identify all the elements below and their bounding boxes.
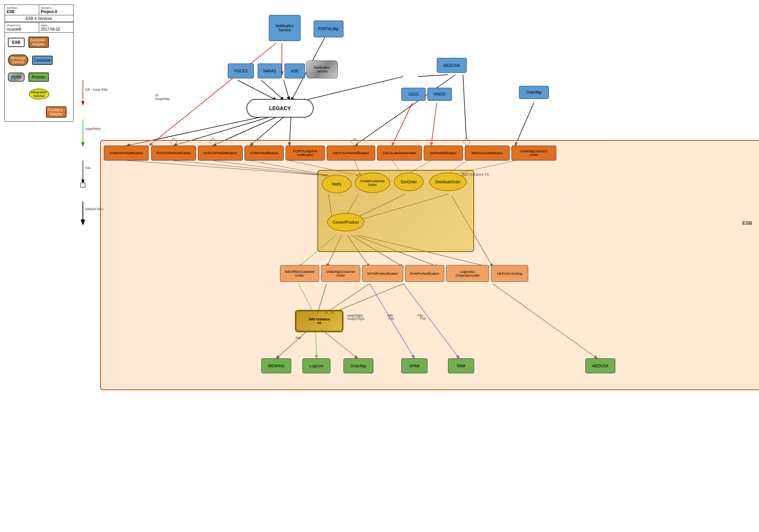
legend-portal: Portal	[8, 72, 25, 82]
svg-line-17	[515, 103, 534, 146]
project-label: project	[41, 6, 72, 10]
portal-pre: PORTALMgrPre Notification	[286, 146, 325, 161]
svg-line-14	[431, 103, 437, 146]
pisces-node: PISCES	[228, 63, 254, 78]
medusa-top: MEDUSA	[437, 58, 467, 73]
date-value: 2017-04-10	[41, 27, 72, 31]
svg-line-7	[418, 75, 448, 77]
get-soap-label: GB - soap /http	[85, 88, 108, 91]
distribute-order-node: DistributeOrder	[429, 172, 467, 191]
file-label: File	[85, 166, 91, 170]
vinod-node: VINOD	[427, 88, 452, 101]
legend-box: system ESB project Project-X ESB X Servi…	[4, 4, 74, 122]
svg-line-3	[302, 77, 403, 101]
project-value: Project-X	[41, 10, 72, 14]
drawn-by-value: mcastelli	[7, 27, 37, 31]
file-jms2-1: File	[388, 314, 393, 317]
legend-provider: Provider	[28, 72, 49, 82]
jms2-node: JMS Instance #2	[296, 311, 343, 332]
create-customer-node: CreateCustomer Order	[355, 172, 390, 193]
esb-label-right: ESB	[742, 220, 752, 226]
soap-https-jms2: soap/https	[347, 314, 363, 317]
medusa-bot: MEDUSA	[585, 358, 615, 373]
legs-label-node: LEGSLabelGenerated	[377, 146, 422, 161]
file-jms2-bot: File	[296, 336, 301, 340]
jms1-label: JMS Instance #1	[461, 172, 489, 177]
logistics: Logicstics COperatorOrder	[446, 265, 489, 282]
svg-rect-58	[81, 183, 85, 187]
cb-soap-1: cb/soap/http	[155, 93, 170, 101]
svg-line-5	[261, 80, 284, 100]
legend-message-service: Message Service	[8, 55, 28, 66]
legacy-node: LEGACY	[246, 99, 314, 118]
sort-order-node: SortOrder	[394, 172, 424, 191]
medusa-pre: MEDUSAPreNotification	[327, 146, 375, 161]
notify-node: Notify	[322, 175, 352, 193]
order-mgr-op: OrderMgrOperator Order	[511, 146, 556, 161]
spam-pre: SPAMPreNotification	[362, 265, 403, 282]
date-label: date	[41, 24, 72, 27]
order-mgr-top: OrderMgr	[519, 86, 549, 99]
wearng-bot: WEARNG	[261, 358, 291, 373]
legend-integration-service: Integration Service	[29, 88, 49, 100]
system-label: system	[7, 6, 37, 10]
wearng-customer: WEARNGCustomer Order	[280, 265, 319, 282]
legs-node: LEGS	[401, 88, 426, 101]
asb-node: ASB	[284, 63, 305, 78]
naras-pre: NARASPreNotification	[198, 146, 243, 161]
bd-pre: BDPreNotification	[424, 146, 463, 161]
svg-line-16	[463, 75, 467, 146]
medusa-sorting: MEDUSASorting	[491, 265, 528, 282]
legend-esb-shape: ESB	[8, 38, 25, 47]
logicent-bot: Logicent	[302, 358, 330, 373]
notification-service-mid: Notification Service	[306, 60, 338, 78]
file-jms2-2: File	[417, 314, 423, 317]
asb-pre: ASBPreNotification	[245, 146, 284, 161]
portal-mgr-top: PORTALMgr	[314, 21, 343, 37]
drawn-by-label: drawn by	[7, 24, 37, 27]
svg-line-15	[355, 75, 455, 146]
ram-bot: RAM	[448, 358, 474, 373]
convert-product-node: ConvertProduct	[327, 213, 364, 231]
order-mgr-customer: OrderMgrCustomer Order	[321, 265, 360, 282]
vamos-pre: VAMOSPreNotification	[104, 146, 149, 161]
notification-service-top: Notification Service	[269, 15, 301, 41]
ramp-pre: RAMPreNotification	[405, 265, 444, 282]
legend-frontend-adapter: Frontend -Adapter	[46, 106, 66, 118]
svg-line-4	[238, 80, 276, 100]
legend-consumer: Consumer	[32, 56, 53, 65]
spam-bot: SPAM	[401, 358, 427, 373]
pisces-pre: PISCESPreNotification	[151, 146, 196, 161]
system-value: ESB	[7, 10, 37, 14]
page: system ESB project Project-X ESB X Servi…	[0, 0, 759, 532]
svg-line-6	[284, 80, 289, 100]
esb-x-services: ESB X Services	[5, 15, 73, 22]
medusa-dist: MEDUSADistribution	[465, 146, 510, 161]
soap-https-label: soap/https	[85, 127, 101, 131]
svg-line-13	[392, 103, 413, 146]
order-mgr-bot: OrderMgr	[343, 358, 373, 373]
naras-node: NARAS	[258, 63, 282, 78]
legend-backend-adapter: Backend -Adapter	[28, 37, 49, 48]
